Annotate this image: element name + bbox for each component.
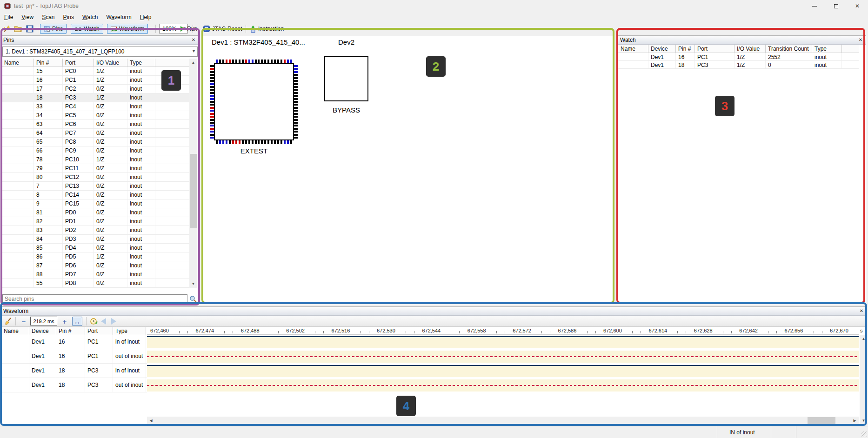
pin-row[interactable]: 78PC101/Zinout	[2, 155, 189, 164]
package-pin[interactable]	[294, 134, 298, 136]
column-header[interactable]: Device	[648, 45, 676, 53]
prev-transition-icon[interactable]	[101, 317, 106, 326]
column-header[interactable]: Type	[113, 327, 146, 335]
pin-row[interactable]: 16PC11/Zinout	[2, 76, 189, 85]
pin-row[interactable]: 8PC140/Zinout	[2, 191, 189, 199]
package-pin[interactable]	[294, 71, 298, 73]
package-pin[interactable]	[294, 95, 298, 97]
package-pin[interactable]	[277, 60, 279, 63]
package-pin[interactable]	[294, 89, 298, 91]
package-pin[interactable]	[284, 60, 286, 63]
waveform-row-labels[interactable]: Dev116PC1in of inout	[1, 335, 147, 349]
package-pin[interactable]	[294, 113, 298, 115]
package-pin[interactable]	[210, 113, 214, 115]
pin-row[interactable]: 88PD70/Zinout	[2, 270, 189, 279]
column-header[interactable]: I/O Value	[734, 45, 766, 53]
package-pin[interactable]	[294, 110, 298, 112]
watch-close-icon[interactable]: ✕	[857, 37, 864, 43]
pin-row[interactable]: 86PD51/Zinout	[2, 252, 189, 261]
pin-row[interactable]: 64PC70/Zinout	[2, 129, 189, 138]
dev2-package[interactable]	[324, 56, 368, 101]
package-pin[interactable]	[235, 60, 237, 63]
package-pin[interactable]	[290, 60, 292, 63]
column-header[interactable]: Name	[618, 45, 648, 53]
package-pin[interactable]	[216, 60, 218, 63]
menu-item-scan[interactable]: Scan	[38, 12, 59, 23]
package-pin[interactable]	[294, 125, 298, 126]
watch-toggle-button[interactable]: Watch	[71, 24, 103, 34]
device-selector[interactable]: 1. Dev1 : STM32F405_415_407_417_LQFP100 …	[2, 46, 198, 57]
package-pin[interactable]	[210, 68, 214, 70]
package-pin[interactable]	[232, 140, 234, 144]
instruction-button[interactable]: Instruction	[250, 24, 284, 34]
package-pin[interactable]	[252, 140, 254, 144]
package-pin[interactable]	[210, 128, 214, 130]
package-pin[interactable]	[294, 98, 298, 100]
column-header[interactable]: Port	[695, 45, 734, 53]
package-pin[interactable]	[210, 95, 214, 97]
package-pin[interactable]	[222, 60, 224, 63]
pin-row[interactable]: 33PC40/Zinout	[2, 102, 189, 111]
package-pin[interactable]	[264, 60, 266, 63]
package-pin[interactable]	[210, 116, 214, 118]
column-header[interactable]: Type	[812, 45, 842, 53]
package-pin[interactable]	[264, 140, 266, 144]
package-pin[interactable]	[271, 60, 273, 63]
column-header[interactable]: I/O Value	[94, 59, 127, 66]
package-pin[interactable]	[210, 122, 214, 124]
package-pin[interactable]	[294, 128, 298, 130]
package-pin[interactable]	[210, 92, 214, 94]
package-pin[interactable]	[210, 131, 214, 133]
pin-row[interactable]: 17PC20/Zinout	[2, 85, 189, 93]
menu-item-pins[interactable]: Pins	[59, 12, 78, 23]
pin-row[interactable]: 18PC31/Zinout	[2, 93, 189, 102]
package-pin[interactable]	[261, 140, 263, 144]
column-header[interactable]: Pin #	[34, 59, 63, 66]
package-pin[interactable]	[294, 68, 298, 70]
pin-row[interactable]: 7PC130/Zinout	[2, 182, 189, 191]
scroll-down-icon[interactable]: ▼	[860, 417, 868, 425]
package-pin[interactable]	[210, 77, 214, 79]
watch-row[interactable]: Dev116PC11/Z2552inout	[618, 53, 859, 61]
clear-broom-icon[interactable]	[4, 317, 13, 326]
chip-view-panel[interactable]: Dev1 : STM32F405_415_40... EXTEST Dev2 B…	[203, 36, 614, 303]
package-pin[interactable]	[294, 137, 298, 139]
package-pin[interactable]	[294, 122, 298, 124]
package-pin[interactable]	[294, 86, 298, 88]
waveform-hscrollbar[interactable]: ◀ ▶	[147, 417, 859, 425]
waveform-row-labels[interactable]: Dev118PC3in of inout	[1, 364, 147, 378]
package-pin[interactable]	[210, 86, 214, 88]
package-pin[interactable]	[284, 140, 286, 144]
package-pin[interactable]	[274, 140, 276, 144]
menu-item-watch[interactable]: Watch	[78, 12, 102, 23]
package-pin[interactable]	[294, 77, 298, 79]
pin-row[interactable]: 79PC110/Zinout	[2, 164, 189, 173]
package-pin[interactable]	[255, 140, 257, 144]
jtag-reset-button[interactable]: JTAG Reset	[203, 24, 242, 34]
scroll-down-icon[interactable]: ▼	[189, 280, 197, 288]
package-pin[interactable]	[294, 83, 298, 85]
package-pin[interactable]	[252, 60, 254, 63]
pin-row[interactable]: 85PD40/Zinout	[2, 244, 189, 252]
package-pin[interactable]	[210, 104, 214, 106]
package-pin[interactable]	[235, 140, 237, 144]
package-pin[interactable]	[255, 60, 257, 63]
scrollbar-thumb[interactable]	[190, 154, 197, 228]
package-pin[interactable]	[258, 60, 260, 63]
package-pin[interactable]	[294, 116, 298, 118]
package-pin[interactable]	[294, 80, 298, 82]
pins-scrollbar[interactable]: ▲ ▼	[189, 59, 197, 288]
package-pin[interactable]	[210, 110, 214, 112]
package-pin[interactable]	[258, 140, 260, 144]
next-transition-icon[interactable]	[111, 317, 116, 326]
package-pin[interactable]	[271, 140, 273, 144]
package-pin[interactable]	[294, 107, 298, 109]
zoom-out-button[interactable]: −	[19, 317, 28, 326]
package-pin[interactable]	[219, 140, 221, 144]
package-pin[interactable]	[248, 140, 250, 144]
package-pin[interactable]	[294, 131, 298, 133]
pin-row[interactable]: 81PD00/Zinout	[2, 208, 189, 217]
package-pin[interactable]	[210, 119, 214, 121]
pin-row[interactable]: 66PC90/Zinout	[2, 146, 189, 155]
package-pin[interactable]	[245, 140, 247, 144]
